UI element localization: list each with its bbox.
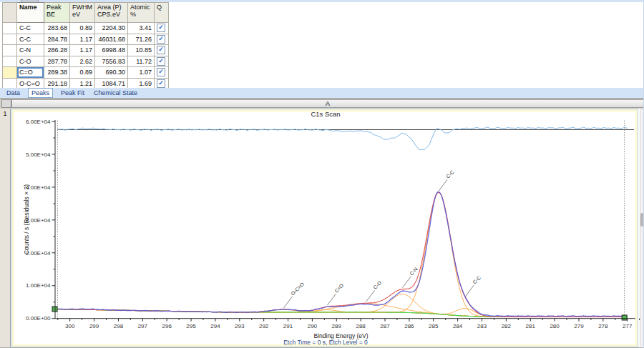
cell-name[interactable]: C-C <box>17 34 44 45</box>
cell-fwhm[interactable]: 2.62 <box>70 56 95 67</box>
cell-area[interactable]: 46031.68 <box>95 34 128 45</box>
q-checkbox[interactable]: ✓ <box>157 68 165 76</box>
cell-name[interactable]: C-C <box>17 23 44 34</box>
cell-peak-be[interactable]: 283.68 <box>44 23 70 34</box>
table-row[interactable]: C-C283.680.892204.303.41✓ <box>3 23 169 34</box>
cell-peak-be[interactable]: 287.78 <box>44 56 70 67</box>
cell-atomic-percent[interactable]: 3.41 <box>128 23 155 34</box>
cell-q: ✓ <box>155 67 169 79</box>
chart-panel[interactable] <box>11 109 638 347</box>
q-checkbox[interactable]: ✓ <box>157 35 165 44</box>
cell-fwhm[interactable]: 1.17 <box>70 45 95 56</box>
cell-area[interactable]: 2204.30 <box>95 23 128 34</box>
row-selector-cell[interactable] <box>3 23 17 34</box>
cell-area[interactable]: 690.30 <box>95 67 128 79</box>
column-header-atomic[interactable]: Atomic% <box>128 3 155 23</box>
cell-name[interactable]: C=O <box>17 67 44 79</box>
cell-fwhm[interactable]: 0.89 <box>70 23 95 34</box>
peak-table-body: C-C283.680.892204.303.41✓C-C284.781.1746… <box>3 23 169 89</box>
cell-q: ✓ <box>155 34 169 45</box>
peak-table: NamePeakBEFWHMeVArea (P)CPS.eVAtomic%Q C… <box>2 2 169 89</box>
table-corner-cell <box>3 3 17 23</box>
column-header-q[interactable]: Q <box>155 3 169 23</box>
tab-peak-fit[interactable]: Peak Fit <box>59 89 86 97</box>
grid-corner-cell <box>1 99 11 109</box>
row-selector-cell[interactable] <box>3 67 17 79</box>
cell-peak-be[interactable]: 284.78 <box>44 34 70 45</box>
cell-atomic-percent[interactable]: 1.07 <box>128 67 155 79</box>
cell-q: ✓ <box>155 23 169 34</box>
column-header-name[interactable]: Name <box>17 3 44 23</box>
column-header-fwhm[interactable]: FWHMeV <box>70 3 95 23</box>
peak-table-header: NamePeakBEFWHMeVArea (P)CPS.eVAtomic%Q <box>3 3 169 23</box>
cell-q: ✓ <box>155 45 169 56</box>
cell-area[interactable]: 7556.83 <box>95 56 128 67</box>
cell-atomic-percent[interactable]: 71.26 <box>128 34 155 45</box>
table-row[interactable]: C-C284.781.1746031.6871.26✓ <box>3 34 169 45</box>
tab-chemical-state[interactable]: Chemical State <box>92 89 139 97</box>
cell-q: ✓ <box>155 56 169 67</box>
grid-row-header[interactable]: 1 <box>0 109 11 348</box>
cell-name[interactable]: C-O <box>17 56 44 67</box>
table-row[interactable]: C-O287.782.627556.8311.72✓ <box>3 56 169 67</box>
q-checkbox[interactable]: ✓ <box>157 46 165 54</box>
row-selector-cell[interactable] <box>3 34 17 45</box>
row-selector-cell[interactable] <box>3 56 17 67</box>
cell-atomic-percent[interactable]: 11.72 <box>128 56 155 67</box>
peak-table-header-row: NamePeakBEFWHMeVArea (P)CPS.eVAtomic%Q <box>3 3 169 23</box>
table-row[interactable]: C-N286.281.176998.4810.85✓ <box>3 45 169 56</box>
tab-data[interactable]: Data <box>5 89 21 97</box>
row-selector-cell[interactable] <box>3 45 17 56</box>
view-tabs: DataPeaksPeak FitChemical State <box>0 88 644 99</box>
cell-name[interactable]: C-N <box>17 45 44 56</box>
cell-area[interactable]: 6998.48 <box>95 45 128 56</box>
cell-atomic-percent[interactable]: 10.85 <box>128 45 155 56</box>
grid-column-header[interactable]: A <box>11 99 644 109</box>
cell-fwhm[interactable]: 1.17 <box>70 34 95 45</box>
tab-peaks[interactable]: Peaks <box>28 88 53 98</box>
q-checkbox[interactable]: ✓ <box>157 57 165 66</box>
column-header-peak[interactable]: PeakBE <box>44 3 70 23</box>
app-window: NamePeakBEFWHMeVArea (P)CPS.eVAtomic%Q C… <box>0 0 644 348</box>
column-header-area-p-[interactable]: Area (P)CPS.eV <box>95 3 128 23</box>
cell-peak-be[interactable]: 286.28 <box>44 45 70 56</box>
table-row[interactable]: C=O289.380.89690.301.07✓ <box>3 67 169 79</box>
cell-peak-be[interactable]: 289.38 <box>44 67 70 79</box>
cell-fwhm[interactable]: 0.89 <box>70 67 95 79</box>
grid-row-label: 1 <box>0 110 10 117</box>
q-checkbox[interactable]: ✓ <box>157 24 165 32</box>
q-checkbox[interactable]: ✓ <box>157 79 165 88</box>
